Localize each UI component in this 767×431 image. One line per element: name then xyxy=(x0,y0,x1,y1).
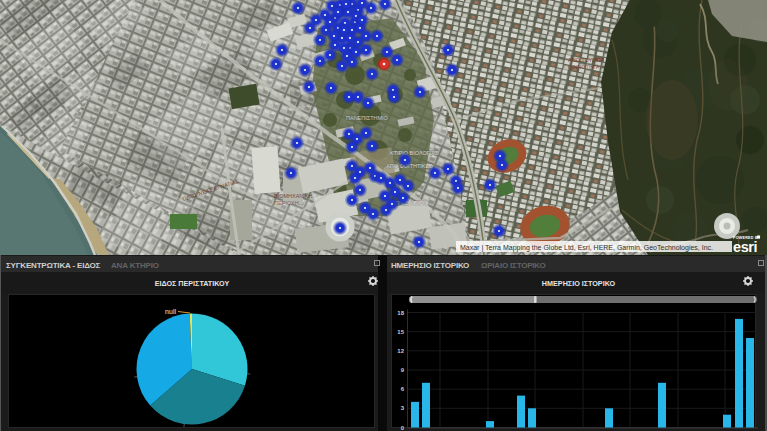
svg-text:ΒΙΟΜΗΧΑΝΙΚΗ: ΒΙΟΜΗΧΑΝΙΚΗ xyxy=(274,193,313,199)
svg-text:Maxar | Terra Mapping the Glob: Maxar | Terra Mapping the Globe Ltd, Esr… xyxy=(460,244,713,252)
svg-text:ΠΑΝΕΠΙΣΤΗΜΙΟ: ΠΑΝΕΠΙΣΤΗΜΙΟ xyxy=(346,115,389,121)
svg-text:esri: esri xyxy=(733,239,757,255)
svg-text:ΠΕΡΙΟΧΗ: ΠΕΡΙΟΧΗ xyxy=(274,200,299,206)
svg-text:ΚΟΙΝΟΤΗΤΑ: ΚΟΙΝΟΤΗΤΑ xyxy=(568,64,600,70)
svg-text:ΚΤΙΡΙΟ ΒΙΟΛΟΓΙΑΣ: ΚΤΙΡΙΟ ΒΙΟΛΟΓΙΑΣ xyxy=(390,150,439,156)
svg-text:ΑΝΩ ΤΟΥΜΠΑ: ΑΝΩ ΤΟΥΜΠΑ xyxy=(568,57,605,63)
